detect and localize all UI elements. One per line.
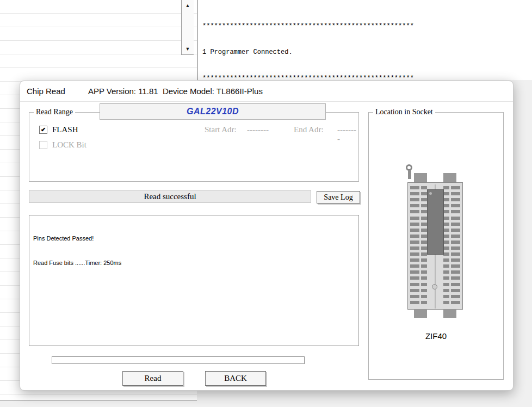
progress-bar — [52, 356, 305, 364]
socket-screw — [432, 284, 437, 289]
status-bar: Read successful — [29, 190, 311, 203]
socket-pins-right-outer — [451, 186, 460, 307]
read-range-group-label: Read Range — [34, 108, 75, 116]
dialog-subtitle: APP Version: 11.81 Device Model: TL866II… — [88, 87, 263, 96]
read-button-label: Read — [145, 374, 162, 383]
socket-top-right-tab — [443, 173, 456, 182]
read-range-group: Read Range ✔ FLASH LOCK Bit Start Adr: -… — [29, 112, 359, 182]
dialog-titlebar: Chip Read APP Version: 11.81 Device Mode… — [20, 81, 513, 102]
socket-body — [407, 182, 463, 310]
status-text: Read successful — [144, 192, 196, 201]
back-button-label: BACK — [224, 374, 247, 383]
socket-bottom-right-tab — [443, 309, 456, 318]
lock-bit-checkbox[interactable] — [39, 141, 47, 149]
dialog-title: Chip Read — [27, 87, 65, 96]
socket-bottom-left-tab — [414, 309, 427, 318]
console-line: ****************************************… — [202, 22, 532, 30]
scroll-up-button[interactable]: ▲ — [182, 1, 194, 10]
chip-name-label: GAL22V10D — [187, 107, 239, 116]
zif-socket-graphic — [403, 164, 468, 325]
check-icon: ✔ — [41, 126, 46, 133]
read-button[interactable]: Read — [122, 371, 183, 386]
scroll-down-icon: ▼ — [185, 46, 190, 52]
socket-top-left-tab — [414, 173, 427, 182]
chip-read-dialog: Chip Read APP Version: 11.81 Device Mode… — [20, 81, 514, 391]
socket-lever-stem — [408, 170, 411, 179]
log-line: Read Fuse bits ......Timer: 250ms — [33, 259, 355, 267]
save-log-button-label: Save Log — [324, 193, 352, 202]
lock-bit-checkbox-label: LOCK Bit — [52, 140, 86, 150]
location-in-socket-group: Location in Socket ZIF40 — [368, 112, 504, 380]
end-adr-value: -------- — [337, 125, 358, 144]
scroll-up-icon: ▲ — [185, 3, 190, 8]
socket-pins-right-inner — [443, 186, 449, 307]
console-line: 1 Programmer Connected. — [202, 48, 532, 57]
socket-pins-left-inner — [421, 186, 427, 307]
scroll-down-button[interactable]: ▼ — [182, 45, 194, 53]
end-adr-label: End Adr: — [294, 125, 324, 134]
save-log-button[interactable]: Save Log — [317, 191, 360, 203]
start-adr-value: -------- — [247, 125, 269, 134]
table-scrollbar[interactable]: ▲ ▼ — [181, 0, 194, 55]
console-line: ****************************************… — [202, 74, 532, 80]
start-adr-label: Start Adr: — [205, 125, 237, 134]
flash-checkbox[interactable]: ✔ — [39, 126, 47, 134]
inserted-chip — [427, 189, 444, 255]
location-in-socket-group-label: Location in Socket — [373, 108, 435, 116]
socket-name-label: ZIF40 — [369, 331, 503, 341]
chip-pin1-dot — [429, 192, 432, 195]
socket-pins-left-outer — [410, 186, 419, 307]
back-button[interactable]: BACK — [205, 371, 266, 386]
flash-checkbox-label: FLASH — [52, 125, 78, 134]
operation-log-box[interactable]: Pins Detected Passed! Read Fuse bits ...… — [29, 215, 359, 346]
log-line: Pins Detected Passed! — [33, 235, 355, 243]
programmer-console: ****************************************… — [197, 0, 532, 80]
chip-name-tab: GAL22V10D — [100, 103, 326, 120]
